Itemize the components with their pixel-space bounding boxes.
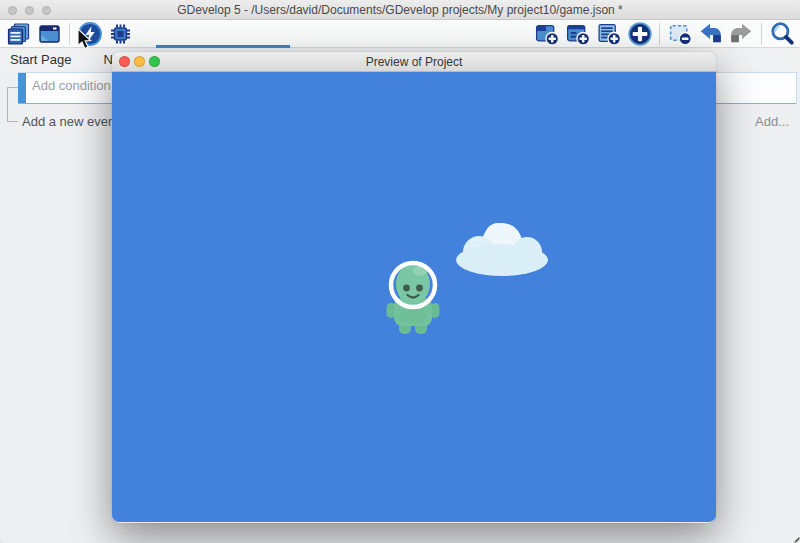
undo-icon <box>697 21 724 47</box>
window-controls <box>8 6 51 15</box>
redo-button[interactable] <box>728 21 755 47</box>
start-page-button[interactable] <box>36 21 63 47</box>
zoom-button[interactable] <box>42 6 51 15</box>
search-icon <box>769 21 795 47</box>
active-tab-indicator <box>156 45 290 48</box>
minimize-button[interactable] <box>25 6 34 15</box>
add-event-button[interactable] <box>533 21 560 47</box>
redo-icon <box>728 21 755 47</box>
main-toolbar <box>0 20 800 48</box>
add-comment-icon <box>596 21 622 46</box>
add-sub-event-button[interactable] <box>564 21 591 47</box>
add-comment-button[interactable] <box>595 21 622 47</box>
add-circle-icon <box>627 21 653 47</box>
preview-minimize-button[interactable] <box>134 56 145 67</box>
debugger-button[interactable] <box>107 21 134 47</box>
preview-zoom-button[interactable] <box>149 56 160 67</box>
search-button[interactable] <box>768 21 795 47</box>
window-title: GDevelop 5 - /Users/david/Documents/GDev… <box>177 3 623 17</box>
debugger-chip-icon <box>108 22 133 46</box>
undo-button[interactable] <box>697 21 724 47</box>
preview-canvas[interactable] <box>112 72 716 522</box>
add-condition-link[interactable]: Add condition <box>26 73 111 103</box>
cloud-sprite <box>450 219 554 277</box>
alien-character-sprite <box>380 256 446 336</box>
preview-title: Preview of Project <box>366 55 463 69</box>
close-button[interactable] <box>8 6 17 15</box>
add-more-button[interactable]: Add... <box>755 114 789 129</box>
tab-start-page[interactable]: Start Page <box>0 49 85 70</box>
add-sub-event-icon <box>565 21 591 46</box>
toolbar-separator <box>761 23 762 45</box>
event-selection-strip <box>18 73 26 103</box>
delete-selection-button[interactable] <box>666 21 693 47</box>
add-event-icon <box>534 21 560 46</box>
toolbar-separator <box>69 23 70 45</box>
preview-close-button[interactable] <box>119 56 130 67</box>
project-manager-icon <box>6 22 31 46</box>
preview-window: Preview of Project <box>112 52 716 523</box>
delete-selection-icon <box>667 21 693 46</box>
preview-window-controls <box>119 56 160 67</box>
add-new-event-button[interactable]: Add a new event <box>22 114 119 129</box>
preview-titlebar[interactable]: Preview of Project <box>112 52 716 72</box>
mouse-cursor <box>76 28 93 52</box>
toolbar-separator <box>659 23 660 45</box>
project-manager-button[interactable] <box>5 21 32 47</box>
window-icon <box>37 22 62 46</box>
app-titlebar[interactable]: GDevelop 5 - /Users/david/Documents/GDev… <box>0 0 800 20</box>
add-more-event-types-button[interactable] <box>626 21 653 47</box>
gdevelop-window: GDevelop 5 - /Users/david/Documents/GDev… <box>0 0 800 543</box>
